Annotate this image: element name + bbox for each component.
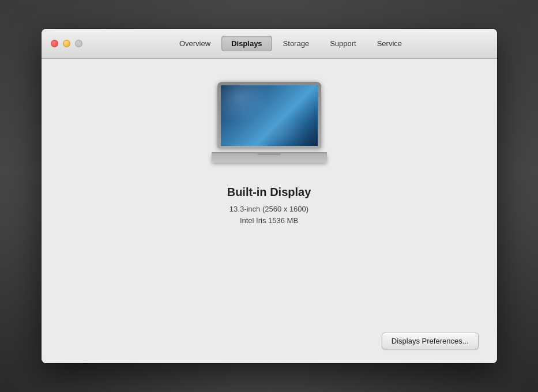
main-window: Overview Displays Storage Support Servic… (42, 29, 497, 363)
titlebar: Overview Displays Storage Support Servic… (42, 29, 497, 59)
macbook-display (221, 85, 318, 146)
display-resolution: 13.3-inch (2560 x 1600) (227, 205, 311, 213)
tab-overview[interactable]: Overview (170, 36, 220, 51)
tab-displays[interactable]: Displays (221, 36, 272, 51)
bottom-bar: Displays Preferences... (382, 333, 479, 349)
close-button[interactable] (51, 40, 58, 47)
tab-service[interactable]: Service (367, 36, 412, 51)
macbook-base (212, 153, 327, 163)
display-info: Built-in Display 13.3-inch (2560 x 1600)… (227, 186, 311, 228)
displays-preferences-button[interactable]: Displays Preferences... (382, 333, 479, 349)
display-name: Built-in Display (227, 186, 311, 199)
tab-support[interactable]: Support (320, 36, 366, 51)
macbook-screen-bezel (221, 85, 318, 146)
tab-bar: Overview Displays Storage Support Servic… (170, 36, 412, 51)
maximize-button[interactable] (75, 40, 82, 47)
minimize-button[interactable] (63, 40, 70, 47)
tab-storage[interactable]: Storage (273, 36, 319, 51)
macbook-screen-outer (217, 82, 321, 148)
content-area: Built-in Display 13.3-inch (2560 x 1600)… (42, 59, 497, 363)
display-graphics: Intel Iris 1536 MB (227, 216, 311, 225)
macbook-illustration (212, 82, 327, 163)
window-controls (51, 40, 82, 47)
